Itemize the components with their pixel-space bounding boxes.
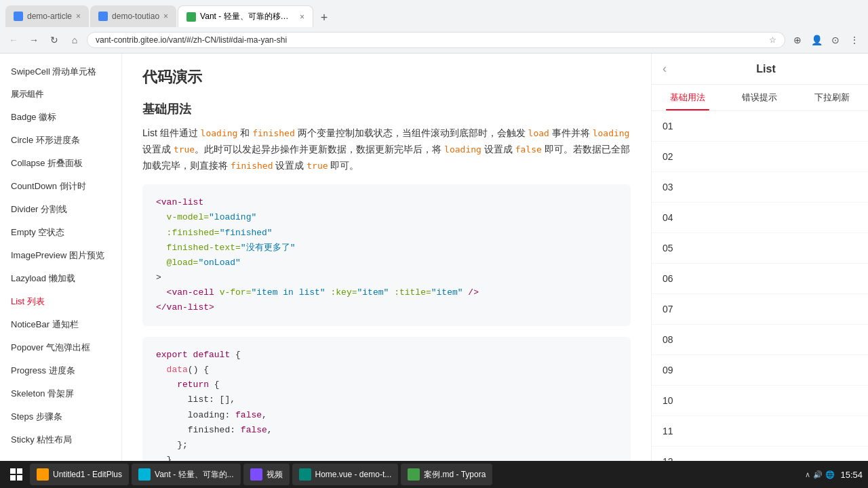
sidebar-item-sticky[interactable]: Sticky 粘性布局 bbox=[0, 428, 121, 451]
sidebar-item-divider[interactable]: Divider 分割线 bbox=[0, 198, 121, 221]
start-button[interactable] bbox=[5, 464, 27, 485]
list-item: 08 bbox=[652, 325, 868, 355]
tab-close-3[interactable]: × bbox=[300, 12, 304, 22]
url-text: vant-contrib.gitee.io/vant/#/zh-CN/list#… bbox=[96, 35, 765, 45]
preview-panel: ‹ List 基础用法 错误提示 下拉刷新 010203040506070809… bbox=[651, 54, 868, 461]
tab-favicon-3 bbox=[186, 12, 196, 22]
tab-demo-article[interactable]: demo-article × bbox=[5, 5, 89, 27]
clock-time: 15:54 bbox=[840, 470, 863, 480]
taskbar-right: ∧ 🔊 🌐 15:54 bbox=[805, 470, 863, 480]
sidebar-item-skeleton[interactable]: Skeleton 骨架屏 bbox=[0, 382, 121, 405]
tab-label-3: Vant - 轻量、可靠的移动端框架 bbox=[200, 11, 296, 22]
list-item: 02 bbox=[652, 142, 868, 172]
sidebar-item-empty[interactable]: Empty 空状态 bbox=[0, 221, 121, 244]
sidebar-item-collapse[interactable]: Collapse 折叠面板 bbox=[0, 152, 121, 175]
sidebar: SwipeCell 滑动单元格 展示组件 Badge 徽标 Circle 环形进… bbox=[0, 54, 122, 461]
list-item: 11 bbox=[652, 416, 868, 447]
back-button[interactable]: ← bbox=[5, 32, 22, 48]
taskbar-editplus[interactable]: Untitled1 - EditPlus bbox=[30, 464, 129, 485]
preview-tab-error[interactable]: 错误提示 bbox=[724, 85, 795, 110]
main-layout: SwipeCell 滑动单元格 展示组件 Badge 徽标 Circle 环形进… bbox=[0, 54, 868, 461]
code-block-script: export default { data() { return { list:… bbox=[142, 337, 631, 461]
reload-button[interactable]: ↻ bbox=[46, 32, 62, 48]
description: List 组件通过 loading 和 finished 两个变量控制加载状态，… bbox=[142, 125, 631, 174]
taskbar-homevue[interactable]: Home.vue - demo-t... bbox=[292, 464, 399, 485]
sidebar-heading-display: 展示组件 bbox=[0, 83, 121, 106]
sidebar-item-badge[interactable]: Badge 徽标 bbox=[0, 106, 121, 129]
list-item: 07 bbox=[652, 294, 868, 325]
tab-favicon-2 bbox=[98, 12, 108, 21]
taskbar-typora[interactable]: 案例.md - Typora bbox=[401, 464, 492, 485]
taskbar-vant-label: Vant - 轻量、可靠的... bbox=[155, 469, 233, 481]
sidebar-item-progress[interactable]: Progress 进度条 bbox=[0, 359, 121, 382]
taskbar-video[interactable]: 视频 bbox=[243, 464, 290, 485]
tab-label-2: demo-toutiao bbox=[112, 12, 159, 21]
sidebar-item-steps[interactable]: Steps 步骤条 bbox=[0, 405, 121, 428]
preview-list: 010203040506070809101112 bbox=[652, 111, 868, 461]
github-icon[interactable]: ⊙ bbox=[827, 32, 844, 48]
sidebar-item-circle[interactable]: Circle 环形进度条 bbox=[0, 129, 121, 152]
list-item: 10 bbox=[652, 386, 868, 416]
taskbar-vant[interactable]: Vant - 轻量、可靠的... bbox=[132, 464, 240, 485]
sidebar-item-noticebar[interactable]: NoticeBar 通知栏 bbox=[0, 313, 121, 336]
tab-label-1: demo-article bbox=[27, 12, 72, 21]
new-tab-button[interactable]: + bbox=[315, 8, 334, 27]
preview-title: List bbox=[675, 63, 857, 75]
windows-logo bbox=[10, 468, 22, 481]
sidebar-item-list[interactable]: List 列表 bbox=[0, 290, 121, 313]
address-bar: ← → ↻ ⌂ vant-contrib.gitee.io/vant/#/zh-… bbox=[0, 27, 868, 53]
typora-icon bbox=[408, 468, 420, 481]
preview-back-button[interactable]: ‹ bbox=[663, 62, 667, 76]
content-area: 代码演示 基础用法 List 组件通过 loading 和 finished 两… bbox=[122, 54, 651, 461]
list-item: 06 bbox=[652, 264, 868, 294]
taskbar-homevue-label: Home.vue - demo-t... bbox=[315, 470, 392, 479]
taskbar-clock: 15:54 bbox=[840, 470, 863, 480]
toolbar-icons: ⊕ 👤 ⊙ ⋮ bbox=[789, 32, 863, 48]
tab-close-2[interactable]: × bbox=[163, 12, 168, 21]
code-block-template: <van-list v-model="loading" :finished="f… bbox=[142, 184, 631, 326]
tab-demo-toutiao[interactable]: demo-toutiao × bbox=[90, 5, 176, 27]
tab-bar: demo-article × demo-toutiao × Vant - 轻量、… bbox=[0, 0, 868, 27]
bookmark-icon[interactable]: ☆ bbox=[769, 35, 776, 45]
sidebar-item-popover[interactable]: Popover 气泡弹出框 bbox=[0, 336, 121, 359]
list-item: 04 bbox=[652, 203, 868, 233]
sidebar-item-imagepreview[interactable]: ImagePreview 图片预览 bbox=[0, 244, 121, 267]
list-item: 09 bbox=[652, 355, 868, 386]
menu-icon[interactable]: ⋮ bbox=[846, 32, 863, 48]
taskbar-video-label: 视频 bbox=[267, 469, 283, 481]
list-item: 05 bbox=[652, 233, 868, 264]
section-title: 基础用法 bbox=[142, 101, 631, 117]
extensions-icon[interactable]: ⊕ bbox=[789, 32, 806, 48]
list-item: 01 bbox=[652, 111, 868, 142]
browser-chrome: demo-article × demo-toutiao × Vant - 轻量、… bbox=[0, 0, 868, 54]
forward-button[interactable]: → bbox=[26, 32, 42, 48]
sidebar-item-swipecell[interactable]: SwipeCell 滑动单元格 bbox=[0, 60, 121, 83]
preview-tabs: 基础用法 错误提示 下拉刷新 bbox=[652, 85, 868, 111]
taskbar-editplus-label: Untitled1 - EditPlus bbox=[53, 470, 122, 479]
page-title: 代码演示 bbox=[142, 67, 631, 87]
taskbar-typora-label: 案例.md - Typora bbox=[424, 469, 486, 481]
tab-vant[interactable]: Vant - 轻量、可靠的移动端框架 × bbox=[178, 5, 313, 27]
tab-favicon-1 bbox=[14, 12, 23, 21]
sidebar-item-countdown[interactable]: CountDown 倒计时 bbox=[0, 175, 121, 198]
list-item: 03 bbox=[652, 172, 868, 203]
homevue-icon bbox=[299, 468, 311, 481]
editplus-icon bbox=[37, 468, 49, 481]
preview-header: ‹ List bbox=[652, 54, 868, 85]
home-button[interactable]: ⌂ bbox=[66, 32, 83, 48]
preview-tab-pullrefresh[interactable]: 下拉刷新 bbox=[796, 85, 868, 110]
sidebar-item-lazyload[interactable]: Lazyload 懒加载 bbox=[0, 267, 121, 290]
preview-tab-basic[interactable]: 基础用法 bbox=[652, 85, 724, 110]
list-item: 12 bbox=[652, 447, 868, 461]
vant-icon bbox=[138, 468, 151, 481]
system-tray: ∧ 🔊 🌐 bbox=[805, 470, 835, 479]
tab-close-1[interactable]: × bbox=[76, 12, 81, 21]
video-icon bbox=[250, 468, 262, 481]
url-bar[interactable]: vant-contrib.gitee.io/vant/#/zh-CN/list#… bbox=[87, 32, 785, 48]
profile-icon[interactable]: 👤 bbox=[808, 32, 825, 48]
taskbar: Untitled1 - EditPlus Vant - 轻量、可靠的... 视频… bbox=[0, 461, 868, 488]
